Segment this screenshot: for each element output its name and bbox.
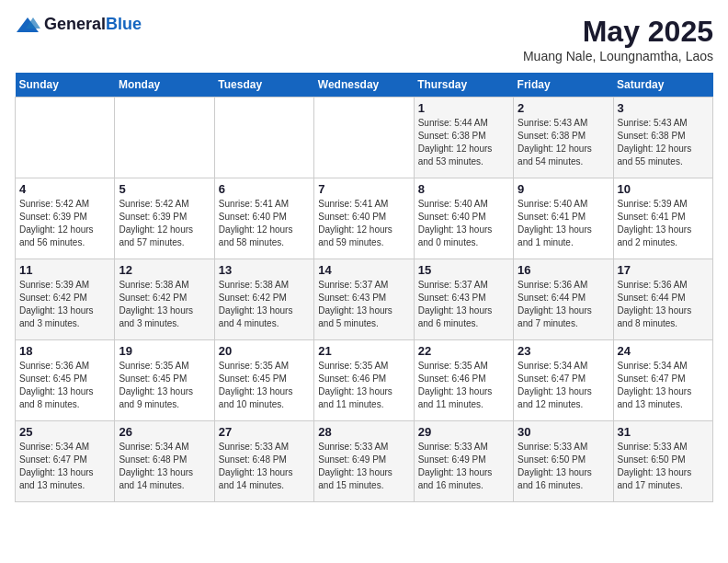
day-info: Sunrise: 5:40 AMSunset: 6:40 PMDaylight:… (418, 198, 509, 249)
day-info: Sunrise: 5:37 AMSunset: 6:43 PMDaylight:… (418, 279, 509, 330)
day-info: Sunrise: 5:36 AMSunset: 6:44 PMDaylight:… (518, 279, 609, 330)
day-number: 9 (518, 182, 609, 196)
calendar-cell: 3Sunrise: 5:43 AMSunset: 6:38 PMDaylight… (613, 98, 712, 178)
day-info: Sunrise: 5:35 AMSunset: 6:46 PMDaylight:… (318, 360, 409, 411)
day-info: Sunrise: 5:33 AMSunset: 6:50 PMDaylight:… (518, 441, 609, 492)
calendar-cell: 12Sunrise: 5:38 AMSunset: 6:42 PMDayligh… (115, 259, 214, 340)
calendar-cell: 31Sunrise: 5:33 AMSunset: 6:50 PMDayligh… (613, 421, 712, 502)
day-info: Sunrise: 5:34 AMSunset: 6:47 PMDaylight:… (19, 441, 110, 492)
page-header: General Blue May 2025 Muang Nale, Loungn… (15, 15, 713, 63)
day-info: Sunrise: 5:36 AMSunset: 6:45 PMDaylight:… (19, 360, 110, 411)
day-info: Sunrise: 5:39 AMSunset: 6:42 PMDaylight:… (19, 279, 110, 330)
calendar-cell (214, 98, 313, 178)
day-number: 8 (418, 182, 509, 196)
day-number: 31 (618, 425, 709, 439)
day-info: Sunrise: 5:38 AMSunset: 6:42 PMDaylight:… (119, 279, 210, 330)
day-number: 24 (618, 344, 709, 358)
day-info: Sunrise: 5:34 AMSunset: 6:47 PMDaylight:… (518, 360, 609, 411)
calendar-cell: 28Sunrise: 5:33 AMSunset: 6:49 PMDayligh… (314, 421, 414, 502)
day-number: 20 (219, 344, 310, 358)
day-info: Sunrise: 5:44 AMSunset: 6:38 PMDaylight:… (418, 117, 509, 168)
day-number: 19 (119, 344, 210, 358)
calendar-cell (16, 98, 115, 178)
day-info: Sunrise: 5:33 AMSunset: 6:50 PMDaylight:… (618, 441, 709, 492)
day-info: Sunrise: 5:38 AMSunset: 6:42 PMDaylight:… (219, 279, 310, 330)
day-info: Sunrise: 5:35 AMSunset: 6:45 PMDaylight:… (219, 360, 310, 411)
calendar-cell: 8Sunrise: 5:40 AMSunset: 6:40 PMDaylight… (414, 178, 513, 259)
calendar-cell: 1Sunrise: 5:44 AMSunset: 6:38 PMDaylight… (414, 98, 513, 178)
calendar-cell: 26Sunrise: 5:34 AMSunset: 6:48 PMDayligh… (115, 421, 214, 502)
day-number: 23 (518, 344, 609, 358)
calendar-cell: 15Sunrise: 5:37 AMSunset: 6:43 PMDayligh… (414, 259, 513, 340)
day-number: 26 (119, 425, 210, 439)
day-number: 22 (418, 344, 509, 358)
calendar-cell: 19Sunrise: 5:35 AMSunset: 6:45 PMDayligh… (115, 340, 214, 421)
day-number: 1 (418, 101, 509, 115)
day-info: Sunrise: 5:34 AMSunset: 6:48 PMDaylight:… (119, 441, 210, 492)
calendar-cell: 16Sunrise: 5:36 AMSunset: 6:44 PMDayligh… (514, 259, 613, 340)
calendar-week-row: 1Sunrise: 5:44 AMSunset: 6:38 PMDaylight… (16, 98, 713, 178)
day-number: 4 (19, 182, 110, 196)
calendar-cell (115, 98, 214, 178)
day-info: Sunrise: 5:43 AMSunset: 6:38 PMDaylight:… (518, 117, 609, 168)
calendar-cell: 11Sunrise: 5:39 AMSunset: 6:42 PMDayligh… (16, 259, 115, 340)
day-number: 7 (318, 182, 409, 196)
calendar-cell: 6Sunrise: 5:41 AMSunset: 6:40 PMDaylight… (214, 178, 313, 259)
day-info: Sunrise: 5:41 AMSunset: 6:40 PMDaylight:… (219, 198, 310, 249)
day-number: 25 (19, 425, 110, 439)
calendar-cell: 10Sunrise: 5:39 AMSunset: 6:41 PMDayligh… (613, 178, 712, 259)
calendar-cell: 7Sunrise: 5:41 AMSunset: 6:40 PMDaylight… (314, 178, 414, 259)
title-block: May 2025 Muang Nale, Loungnamtha, Laos (523, 15, 713, 63)
day-info: Sunrise: 5:35 AMSunset: 6:45 PMDaylight:… (119, 360, 210, 411)
calendar-cell: 5Sunrise: 5:42 AMSunset: 6:39 PMDaylight… (115, 178, 214, 259)
day-info: Sunrise: 5:39 AMSunset: 6:41 PMDaylight:… (618, 198, 709, 249)
day-number: 18 (19, 344, 110, 358)
day-number: 11 (19, 263, 110, 277)
day-info: Sunrise: 5:42 AMSunset: 6:39 PMDaylight:… (19, 198, 110, 249)
calendar-subtitle: Muang Nale, Loungnamtha, Laos (523, 49, 713, 63)
day-number: 15 (418, 263, 509, 277)
calendar-week-row: 4Sunrise: 5:42 AMSunset: 6:39 PMDaylight… (16, 178, 713, 259)
day-number: 5 (119, 182, 210, 196)
day-number: 12 (119, 263, 210, 277)
day-number: 27 (219, 425, 310, 439)
day-number: 16 (518, 263, 609, 277)
day-number: 14 (318, 263, 409, 277)
day-number: 28 (318, 425, 409, 439)
calendar-cell: 2Sunrise: 5:43 AMSunset: 6:38 PMDaylight… (514, 98, 613, 178)
logo: General Blue (15, 15, 142, 34)
calendar-cell: 21Sunrise: 5:35 AMSunset: 6:46 PMDayligh… (314, 340, 414, 421)
day-info: Sunrise: 5:36 AMSunset: 6:44 PMDaylight:… (618, 279, 709, 330)
calendar-table: SundayMondayTuesdayWednesdayThursdayFrid… (15, 73, 713, 502)
day-info: Sunrise: 5:41 AMSunset: 6:40 PMDaylight:… (318, 198, 409, 249)
day-number: 13 (219, 263, 310, 277)
calendar-cell: 9Sunrise: 5:40 AMSunset: 6:41 PMDaylight… (514, 178, 613, 259)
day-info: Sunrise: 5:34 AMSunset: 6:47 PMDaylight:… (618, 360, 709, 411)
weekday-header: Monday (115, 73, 214, 98)
calendar-cell: 18Sunrise: 5:36 AMSunset: 6:45 PMDayligh… (16, 340, 115, 421)
calendar-cell: 25Sunrise: 5:34 AMSunset: 6:47 PMDayligh… (16, 421, 115, 502)
calendar-cell: 29Sunrise: 5:33 AMSunset: 6:49 PMDayligh… (414, 421, 513, 502)
day-number: 21 (318, 344, 409, 358)
logo-icon (15, 16, 40, 34)
day-info: Sunrise: 5:42 AMSunset: 6:39 PMDaylight:… (119, 198, 210, 249)
weekday-header: Tuesday (214, 73, 313, 98)
calendar-cell (314, 98, 414, 178)
calendar-cell: 22Sunrise: 5:35 AMSunset: 6:46 PMDayligh… (414, 340, 513, 421)
weekday-header-row: SundayMondayTuesdayWednesdayThursdayFrid… (16, 73, 713, 98)
day-number: 10 (618, 182, 709, 196)
day-number: 17 (618, 263, 709, 277)
calendar-cell: 13Sunrise: 5:38 AMSunset: 6:42 PMDayligh… (214, 259, 313, 340)
calendar-cell: 14Sunrise: 5:37 AMSunset: 6:43 PMDayligh… (314, 259, 414, 340)
weekday-header: Sunday (16, 73, 115, 98)
day-number: 3 (618, 101, 709, 115)
calendar-cell: 24Sunrise: 5:34 AMSunset: 6:47 PMDayligh… (613, 340, 712, 421)
calendar-cell: 23Sunrise: 5:34 AMSunset: 6:47 PMDayligh… (514, 340, 613, 421)
calendar-cell: 4Sunrise: 5:42 AMSunset: 6:39 PMDaylight… (16, 178, 115, 259)
day-info: Sunrise: 5:35 AMSunset: 6:46 PMDaylight:… (418, 360, 509, 411)
weekday-header: Saturday (613, 73, 712, 98)
logo-general: General (44, 15, 106, 34)
day-number: 30 (518, 425, 609, 439)
logo-blue: Blue (106, 15, 142, 34)
weekday-header: Friday (514, 73, 613, 98)
